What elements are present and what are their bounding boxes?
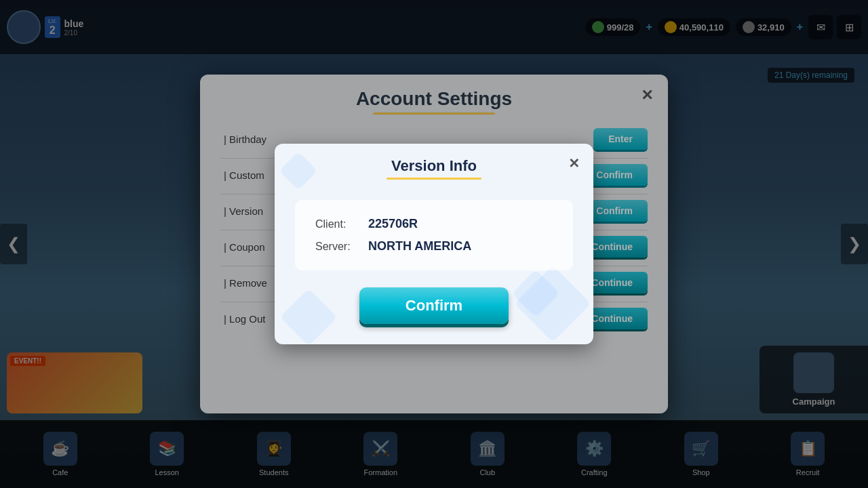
server-key: Server:: [315, 241, 363, 253]
server-row: Server: NORTH AMERICA: [315, 239, 553, 253]
account-settings-modal: Account Settings ✕ | Birthday Enter | Cu…: [200, 75, 668, 413]
version-info-data: Client: 225706R Server: NORTH AMERICA: [295, 200, 573, 270]
client-key: Client:: [315, 218, 363, 230]
client-row: Client: 225706R: [315, 217, 553, 231]
server-value: NORTH AMERICA: [368, 239, 471, 253]
version-info-close-button[interactable]: ✕: [564, 154, 583, 173]
version-title-underline: [387, 178, 481, 180]
version-confirm-ok-button[interactable]: Confirm: [359, 287, 509, 324]
version-info-overlay: Version Info ✕ Client: 225706R Server: N…: [200, 75, 668, 413]
version-info-modal: Version Info ✕ Client: 225706R Server: N…: [275, 144, 593, 344]
version-modal-content: Version Info ✕ Client: 225706R Server: N…: [275, 144, 593, 344]
version-info-title: Version Info: [295, 157, 573, 175]
client-value: 225706R: [368, 217, 418, 231]
modal-overlay: Account Settings ✕ | Birthday Enter | Cu…: [0, 0, 868, 488]
